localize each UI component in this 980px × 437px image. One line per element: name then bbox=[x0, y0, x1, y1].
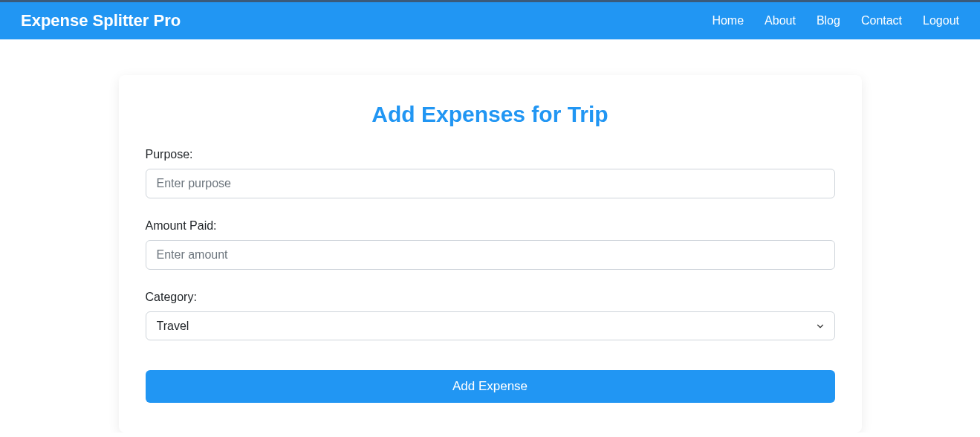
page-title: Add Expenses for Trip bbox=[146, 102, 835, 127]
form-group-category: Category: Travel bbox=[146, 291, 835, 340]
category-select[interactable]: Travel bbox=[146, 311, 835, 340]
purpose-input[interactable] bbox=[146, 169, 835, 198]
nav-link-logout[interactable]: Logout bbox=[923, 14, 959, 27]
nav-link-contact[interactable]: Contact bbox=[861, 14, 902, 27]
add-expense-button[interactable]: Add Expense bbox=[146, 370, 835, 403]
form-group-amount: Amount Paid: bbox=[146, 219, 835, 270]
nav-links: Home About Blog Contact Logout bbox=[712, 14, 959, 27]
form-group-purpose: Purpose: bbox=[146, 148, 835, 198]
nav-link-blog[interactable]: Blog bbox=[817, 14, 840, 27]
form-card: Add Expenses for Trip Purpose: Amount Pa… bbox=[119, 75, 862, 433]
brand-title[interactable]: Expense Splitter Pro bbox=[21, 11, 181, 30]
amount-input[interactable] bbox=[146, 240, 835, 270]
category-label: Category: bbox=[146, 291, 835, 304]
purpose-label: Purpose: bbox=[146, 148, 835, 161]
nav-link-about[interactable]: About bbox=[765, 14, 796, 27]
amount-label: Amount Paid: bbox=[146, 219, 835, 233]
navbar: Expense Splitter Pro Home About Blog Con… bbox=[0, 2, 980, 39]
nav-link-home[interactable]: Home bbox=[712, 14, 744, 27]
